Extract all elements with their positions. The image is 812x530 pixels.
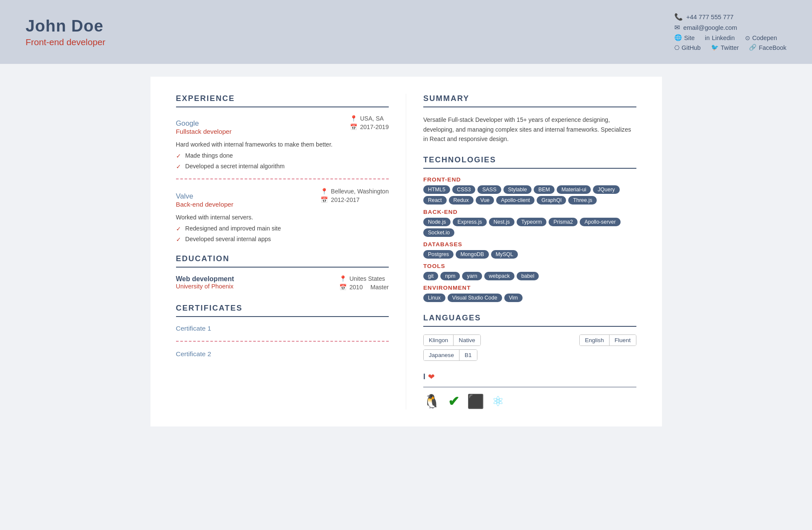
heart-icon: ❤: [428, 372, 435, 382]
tech-tag: MySQL: [491, 250, 518, 259]
email-row: ✉ email@google.com: [674, 23, 786, 32]
job-2-bullet-1: ✓ Redesigned and improved main site: [176, 225, 389, 232]
linux-penguin-icon: 🐧: [423, 393, 440, 409]
location-icon-2: 📍: [321, 188, 328, 195]
tech-tag: Linux: [423, 294, 445, 302]
tech-category-environment: ENVIRONMENT: [423, 285, 636, 291]
tech-tag: Typeorm: [517, 218, 547, 226]
phone-icon: 📞: [674, 13, 683, 21]
job-2-header: Valve Back-end developer 📍 Bellevue, Was…: [176, 188, 389, 211]
job-2-location: Bellevue, Washington: [331, 188, 389, 195]
job-2-bullets: ✓ Redesigned and improved main site ✓ De…: [176, 225, 389, 243]
twitter-icon: 🐦: [711, 44, 719, 51]
tech-tag: Redux: [449, 196, 474, 205]
github-label: GitHub: [682, 44, 701, 51]
job-1-bullet-1: ✓ Made things done: [176, 152, 389, 159]
tech-tag: SASS: [477, 185, 501, 194]
vscode-icon: ⬛: [467, 393, 484, 409]
tech-tag: yarn: [462, 272, 482, 280]
check-icon-4: ✓: [176, 236, 181, 243]
job-2-dates: 2012-2017: [331, 196, 359, 203]
love-row: I ❤: [423, 372, 636, 382]
edu-year: 2010: [350, 284, 363, 291]
lang-name: Klingon: [424, 335, 453, 346]
tech-tag: React: [423, 196, 447, 205]
linkedin-link[interactable]: in Linkedin: [705, 35, 735, 41]
site-link[interactable]: 🌐 Site: [674, 34, 695, 41]
job-1-company: Google: [176, 119, 232, 128]
phone-row: 📞 +44 777 555 777: [674, 13, 786, 21]
job-2: Valve Back-end developer 📍 Bellevue, Was…: [176, 188, 389, 243]
location-icon: 📍: [350, 115, 358, 122]
tech-tag: Three.js: [568, 196, 597, 205]
job-1: Google Fullstack developer 📍 USA, SA 📅 2…: [176, 115, 389, 170]
tech-tag: BEM: [534, 185, 555, 194]
contact-links-row-1: 🌐 Site in Linkedin ⊙ Codepen: [674, 34, 786, 41]
summary-section: SUMMARY Versatile Full-stack Developer w…: [423, 94, 636, 144]
tech-tag: Express.js: [453, 218, 487, 226]
education-section: EDUCATION Web development University of …: [176, 254, 389, 291]
globe-icon: 🌐: [674, 34, 682, 41]
tech-tag: JQuery: [593, 185, 619, 194]
lang-level: Fluent: [609, 335, 636, 346]
job-2-bullet-2-text: Developed several internal apps: [185, 236, 271, 242]
linkedin-label: Linkedin: [712, 35, 735, 41]
tech-tag: MongoDB: [456, 250, 488, 259]
job-1-header: Google Fullstack developer 📍 USA, SA 📅 2…: [176, 115, 389, 138]
email-address: email@google.com: [683, 24, 737, 31]
languages-container: KlingonNativeEnglishFluentJapaneseB1: [423, 334, 636, 361]
phone-number: +44 777 555 777: [686, 14, 734, 20]
tech-tag: Node.js: [423, 218, 451, 226]
job-1-location-row: 📍 USA, SA: [350, 115, 389, 122]
job-1-bullet-1-text: Made things done: [185, 152, 233, 159]
tech-category-back-end: BACK-END: [423, 209, 636, 215]
right-column: SUMMARY Versatile Full-stack Developer w…: [406, 94, 636, 409]
tech-tag: webpack: [484, 272, 514, 280]
lang-row-1: KlingonNativeEnglishFluent: [423, 334, 636, 346]
tech-tag: CSS3: [452, 185, 476, 194]
location-icon-edu: 📍: [339, 275, 347, 282]
codepen-icon: ⊙: [745, 35, 750, 41]
tech-tag: Visual Studio Code: [448, 294, 502, 302]
tech-tag: git: [423, 272, 438, 280]
tech-tags-front-end: HTML5CSS3SASSStylableBEMMaterial-uiJQuer…: [423, 185, 636, 205]
tech-tag: Prisma2: [549, 218, 578, 226]
twitter-link[interactable]: 🐦 Twitter: [711, 44, 739, 51]
tech-tag: npm: [440, 272, 460, 280]
lang-name: English: [580, 335, 609, 346]
github-link[interactable]: ⎔ GitHub: [674, 44, 701, 51]
facebook-link[interactable]: 🔗 FaceBook: [749, 44, 786, 51]
vim-icon: ✔: [448, 393, 459, 409]
love-label: I: [423, 372, 425, 381]
codepen-link[interactable]: ⊙ Codepen: [745, 35, 777, 41]
education-entry: Web development University of Phoenix 📍 …: [176, 275, 389, 291]
job-1-dates: 2017-2019: [360, 124, 389, 130]
summary-text: Versatile Full-stack Developer with 15+ …: [423, 115, 636, 144]
edu-location-row: 📍 Unites States: [339, 275, 389, 282]
lang-level-japanese: B1: [459, 350, 477, 360]
technologies-title: TECHNOLOGIES: [423, 155, 636, 169]
education-institution: University of Phoenix: [176, 283, 234, 290]
love-section: I ❤ 🐧 ✔ ⬛ ⚛: [423, 372, 636, 409]
linkedin-icon: in: [705, 35, 710, 41]
job-1-left: Google Fullstack developer: [176, 115, 232, 138]
cert-divider: [176, 341, 389, 342]
tech-tag: Stylable: [503, 185, 532, 194]
contact-links-row-2: ⎔ GitHub 🐦 Twitter 🔗 FaceBook: [674, 44, 786, 51]
languages-title: LANGUAGES: [423, 313, 636, 327]
react-logo-icon: ⚛: [492, 393, 504, 409]
love-icons-row: 🐧 ✔ ⬛ ⚛: [423, 393, 636, 409]
job-1-bullet-2: ✓ Developed a secret internal algorithm: [176, 163, 389, 170]
summary-title: SUMMARY: [423, 94, 636, 107]
cert-2: Certificate 2: [176, 350, 389, 358]
certificates-title: CERTIFICATES: [176, 303, 389, 317]
person-title: Front-end developer: [26, 37, 105, 47]
tech-tags-back-end: Node.jsExpress.jsNest.jsTypeormPrisma2Ap…: [423, 218, 636, 237]
calendar-icon-edu: 📅: [339, 284, 347, 291]
job-1-bullets: ✓ Made things done ✓ Developed a secret …: [176, 152, 389, 170]
tech-tag: Material-ui: [557, 185, 591, 194]
tech-tag: Apollo-server: [580, 218, 620, 226]
experience-section: EXPERIENCE Google Fullstack developer 📍 …: [176, 94, 389, 243]
certificates-section: CERTIFICATES Certificate 1 Certificate 2: [176, 303, 389, 358]
twitter-label: Twitter: [721, 44, 739, 51]
